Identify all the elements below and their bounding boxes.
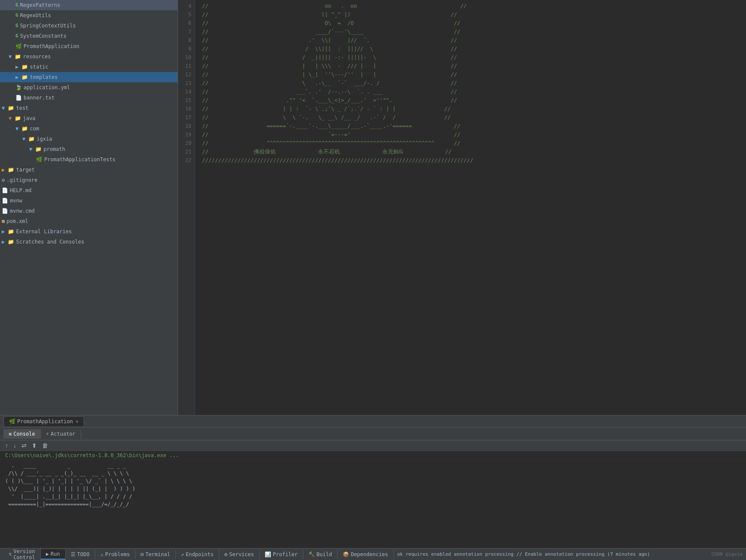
bottom-tab-icon: 🔨 [308,551,315,557]
bottom-tab-label: Services [229,551,254,557]
bottom-tab-todo[interactable]: ☰TODO [66,550,95,559]
sidebar-item-external-libraries[interactable]: ▶ 📁External Libraries [0,226,178,237]
sidebar-item-systemconstants[interactable]: G SystemConstants [0,31,178,41]
sidebar-item-test[interactable]: ▼ 📁test [0,103,178,113]
scroll-down-btn[interactable]: ↓ [12,441,18,450]
sidebar-item-regexutils[interactable]: G RegexUtils [0,10,178,21]
bottom-tab-profiler[interactable]: 📊Profiler [260,550,303,559]
sidebar-item-banner-txt[interactable]: 📄 banner.txt [0,93,178,103]
sidebar-item-label: java [23,114,35,123]
line-number: 16 [181,105,191,113]
sidebar-item-promathapplication[interactable]: 🌿 PromathApplication [0,41,178,51]
bottom-tab-label: Build [317,551,332,557]
sidebar-item-mvnw[interactable]: 📄 mvnw [0,196,178,206]
code-line: // | | : `- \`.;`\ _ /`;.`/ - ` : | | // [202,105,739,113]
status-message: ok requires enabled annotation processin… [394,551,712,557]
scroll-up-btn[interactable]: ↑ [3,441,10,450]
file-icon: 📄 [2,186,8,195]
bottom-tab-label: Profiler [273,551,298,557]
line-number: 7 [181,27,191,36]
file-icon: ▼ 📁 [15,124,28,133]
sidebar-item-mvnw-cmd[interactable]: 📄 mvnw.cmd [0,206,178,216]
line-number: 14 [181,87,191,96]
file-icon: 📄 [15,93,22,102]
sidebar-item-regexpatterns[interactable]: G RegexPatterns [0,0,178,10]
console-tab-actuator[interactable]: ⚡Actuator [41,429,81,439]
sidebar: G RegexPatternsG RegexUtilsG SpringConte… [0,0,178,415]
status-right-label: CSDN @igxia [711,551,743,557]
line-number: 21 [181,148,191,156]
sidebar-item-application-yml[interactable]: 🍃 application.yml [0,82,178,93]
file-icon: ▶ 📁 [2,166,14,174]
line-number: 18 [181,122,191,130]
sidebar-item-label: Scratches and Consoles [16,238,84,246]
wrap-btn[interactable]: ⇄ [20,441,28,450]
filter-btn[interactable]: ⬆ [30,441,39,450]
code-line: // ____/`---'\____ // [202,27,739,36]
file-icon: ▼ 📁 [22,135,35,143]
console-line: ' |____| .__|_| |_|_| |_\__, | / / / / [5,493,741,500]
bottom-tab-services[interactable]: ⚙Services [219,550,260,559]
command-line: C:\Users\naive\.jdks\corretto-1.8.0_362\… [0,451,746,460]
bottom-tab-icon: 📦 [343,551,349,557]
bottom-tab-version-control[interactable]: ⌥Version Control [3,547,41,560]
sidebar-item-label: promath [43,145,65,154]
bottom-tab-dependencies[interactable]: 📦Dependencies [338,550,394,559]
sidebar-item-com[interactable]: ▼ 📁com [0,123,178,134]
code-line: // ^^^^^^^^^^^^^^^^^^^^^^^^^^^^^^^^^^^^^… [202,139,739,148]
sidebar-item-label: com [30,124,39,133]
status-bar: ⌥Version Control▶Run☰TODO⚠Problems⊟Termi… [0,548,746,560]
sidebar-item-scratches-and-consoles[interactable]: ▶ 📁Scratches and Consoles [0,237,178,247]
console-tab-icon: ⚡ [46,431,49,437]
code-line: // / _||||| -:- |||||- \ // [202,53,739,62]
main-layout: G RegexPatternsG RegexUtilsG SpringConte… [0,0,746,560]
line-number: 13 [181,79,191,87]
sidebar-item-help-md[interactable]: 📄 HELP.md [0,185,178,196]
sidebar-item-target[interactable]: ▶ 📁target [0,165,178,175]
run-tab-header[interactable]: 🌿 PromathApplication × [3,416,84,426]
sidebar-item-label: SpringContextUtils [20,21,76,30]
code-content: 45678910111213141516171819202122 // oo .… [178,0,746,415]
sidebar-item-label: .gitignore [6,176,37,184]
sidebar-item-static[interactable]: ▶ 📁static [0,62,178,72]
file-icon: 🌿 [15,42,22,51]
console-tab-console[interactable]: ≡Console [3,429,41,439]
bottom-tab-icon: ⌥ [9,551,12,557]
console-tab-icon: ≡ [9,431,12,437]
bottom-tab-build[interactable]: 🔨Build [303,550,338,559]
line-number: 9 [181,45,191,53]
clear-btn[interactable]: 🗑 [40,441,50,450]
sidebar-item-springcontextutils[interactable]: G SpringContextUtils [0,21,178,31]
sidebar-item-pom-xml[interactable]: m pom.xml [0,216,178,226]
code-line: // ======`-.____`-.___\_____/___.-`____.… [202,122,739,130]
sidebar-item-resources[interactable]: ▼ 📁resources [0,51,178,62]
sidebar-item-templates[interactable]: ▶ 📁templates [0,72,178,82]
bottom-tab-label: TODO [77,551,90,557]
line-number: 22 [181,156,191,165]
file-icon: G [15,21,18,30]
sidebar-item-label: mvnw.cmd [10,207,35,215]
run-header: 🌿 PromathApplication × [0,415,746,428]
line-number: 10 [181,53,191,62]
sidebar-item-label: pom.xml [6,217,28,226]
line-number: 20 [181,139,191,148]
sidebar-item-java[interactable]: ▼ 📁java [0,113,178,123]
file-icon: 📄 [2,207,8,215]
bottom-tab-endpoints[interactable]: ↗Endpoints [176,550,219,559]
bottom-tab-run[interactable]: ▶Run [41,549,66,560]
sidebar-item-igxia[interactable]: ▼ 📁igxia [0,134,178,144]
console-line: ( ( )\___ | '_ | '_| | '_ \/ _` | \ \ \ … [5,477,741,485]
bottom-tab-problems[interactable]: ⚠Problems [95,550,136,559]
code-line: // O\ = /O // [202,19,739,27]
run-tab-close[interactable]: × [76,418,79,425]
bottom-tab-terminal[interactable]: ⊟Terminal [136,550,176,559]
code-line: // \ \ `-. \_ __\ /__ _/ .-` / / // [202,113,739,122]
editor-main: 45678910111213141516171819202122 // oo .… [178,0,746,415]
line-numbers: 45678910111213141516171819202122 [178,0,195,415]
sidebar-item-promath[interactable]: ▼ 📁promath [0,144,178,154]
sidebar-item--gitignore[interactable]: ⚙ .gitignore [0,175,178,185]
sidebar-item-promathapplicationtests[interactable]: 🌿 PromathApplicationTests [0,154,178,165]
file-icon: 🌿 [36,155,42,164]
sidebar-item-label: RegexUtils [20,11,51,20]
line-number: 4 [181,2,191,10]
